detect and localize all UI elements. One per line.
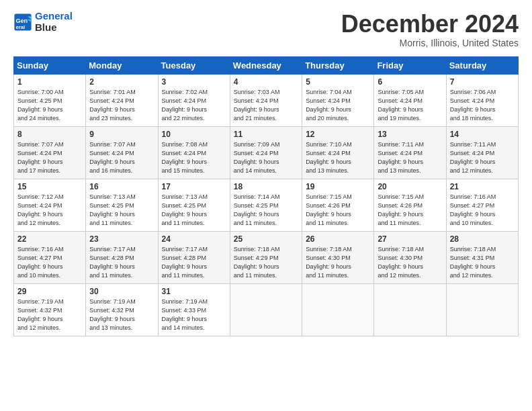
day-number: 10: [162, 130, 226, 139]
day-info: Sunrise: 7:01 AM Sunset: 4:24 PM Dayligh…: [89, 88, 154, 123]
day-info: Sunrise: 7:15 AM Sunset: 4:26 PM Dayligh…: [378, 193, 442, 228]
month-title: December 2024: [341, 11, 519, 38]
day-number: 31: [162, 287, 226, 296]
calendar-cell: [374, 283, 446, 336]
calendar-cell: 25Sunrise: 7:18 AM Sunset: 4:29 PM Dayli…: [230, 231, 302, 283]
day-number: 7: [450, 77, 515, 87]
day-info: Sunrise: 7:17 AM Sunset: 4:28 PM Dayligh…: [162, 245, 226, 280]
calendar-cell: 3Sunrise: 7:02 AM Sunset: 4:24 PM Daylig…: [158, 74, 230, 126]
day-info: Sunrise: 7:19 AM Sunset: 4:33 PM Dayligh…: [162, 298, 226, 332]
calendar-cell: 8Sunrise: 7:07 AM Sunset: 4:24 PM Daylig…: [14, 126, 86, 179]
day-number: 28: [450, 234, 515, 244]
day-number: 22: [17, 234, 82, 244]
calendar-cell: 12Sunrise: 7:10 AM Sunset: 4:24 PM Dayli…: [302, 126, 374, 179]
weekday-header-thursday: Thursday: [302, 56, 374, 74]
day-info: Sunrise: 7:07 AM Sunset: 4:24 PM Dayligh…: [89, 140, 154, 175]
day-info: Sunrise: 7:16 AM Sunset: 4:27 PM Dayligh…: [17, 245, 82, 280]
calendar-cell: 28Sunrise: 7:18 AM Sunset: 4:31 PM Dayli…: [446, 231, 518, 283]
calendar-cell: [302, 283, 374, 336]
calendar-cell: 16Sunrise: 7:13 AM Sunset: 4:25 PM Dayli…: [86, 179, 158, 231]
weekday-header-saturday: Saturday: [446, 56, 518, 74]
calendar-cell: 4Sunrise: 7:03 AM Sunset: 4:24 PM Daylig…: [230, 74, 302, 126]
calendar-cell: 13Sunrise: 7:11 AM Sunset: 4:24 PM Dayli…: [374, 126, 446, 179]
weekday-header-wednesday: Wednesday: [230, 56, 302, 74]
header: Gen eral General Blue December 2024 Morr…: [13, 11, 519, 48]
day-info: Sunrise: 7:18 AM Sunset: 4:30 PM Dayligh…: [306, 245, 370, 280]
weekday-header-sunday: Sunday: [14, 56, 86, 74]
day-info: Sunrise: 7:12 AM Sunset: 4:24 PM Dayligh…: [17, 193, 82, 228]
day-info: Sunrise: 7:04 AM Sunset: 4:24 PM Dayligh…: [306, 88, 370, 123]
calendar-cell: 5Sunrise: 7:04 AM Sunset: 4:24 PM Daylig…: [302, 74, 374, 126]
calendar-cell: 14Sunrise: 7:11 AM Sunset: 4:24 PM Dayli…: [446, 126, 518, 179]
day-number: 24: [162, 234, 226, 244]
calendar-cell: 6Sunrise: 7:05 AM Sunset: 4:24 PM Daylig…: [374, 74, 446, 126]
page: Gen eral General Blue December 2024 Morr…: [0, 0, 532, 411]
day-info: Sunrise: 7:11 AM Sunset: 4:24 PM Dayligh…: [450, 140, 515, 175]
day-info: Sunrise: 7:00 AM Sunset: 4:25 PM Dayligh…: [17, 88, 82, 123]
logo-icon: Gen eral: [13, 13, 32, 32]
calendar-cell: 30Sunrise: 7:19 AM Sunset: 4:32 PM Dayli…: [86, 283, 158, 336]
day-info: Sunrise: 7:16 AM Sunset: 4:27 PM Dayligh…: [450, 193, 515, 228]
calendar-week-1: 1Sunrise: 7:00 AM Sunset: 4:25 PM Daylig…: [14, 74, 519, 126]
calendar-cell: 23Sunrise: 7:17 AM Sunset: 4:28 PM Dayli…: [86, 231, 158, 283]
calendar-week-5: 29Sunrise: 7:19 AM Sunset: 4:32 PM Dayli…: [14, 283, 519, 336]
calendar-cell: 20Sunrise: 7:15 AM Sunset: 4:26 PM Dayli…: [374, 179, 446, 231]
calendar-week-3: 15Sunrise: 7:12 AM Sunset: 4:24 PM Dayli…: [14, 179, 519, 231]
day-info: Sunrise: 7:19 AM Sunset: 4:32 PM Dayligh…: [17, 298, 82, 332]
calendar-cell: 18Sunrise: 7:14 AM Sunset: 4:25 PM Dayli…: [230, 179, 302, 231]
day-number: 11: [234, 130, 298, 139]
calendar-cell: 10Sunrise: 7:08 AM Sunset: 4:24 PM Dayli…: [158, 126, 230, 179]
calendar-cell: 1Sunrise: 7:00 AM Sunset: 4:25 PM Daylig…: [14, 74, 86, 126]
logo: Gen eral General Blue: [13, 11, 73, 33]
day-number: 5: [306, 77, 370, 87]
calendar-week-4: 22Sunrise: 7:16 AM Sunset: 4:27 PM Dayli…: [14, 231, 519, 283]
weekday-header-friday: Friday: [374, 56, 446, 74]
day-number: 1: [17, 77, 82, 87]
calendar-table: SundayMondayTuesdayWednesdayThursdayFrid…: [13, 56, 519, 336]
day-info: Sunrise: 7:18 AM Sunset: 4:30 PM Dayligh…: [378, 245, 442, 280]
calendar-cell: 22Sunrise: 7:16 AM Sunset: 4:27 PM Dayli…: [14, 231, 86, 283]
day-info: Sunrise: 7:05 AM Sunset: 4:24 PM Dayligh…: [378, 88, 442, 123]
day-number: 13: [378, 130, 442, 139]
day-number: 17: [162, 182, 226, 191]
day-number: 8: [17, 130, 82, 139]
calendar-cell: 21Sunrise: 7:16 AM Sunset: 4:27 PM Dayli…: [446, 179, 518, 231]
calendar-cell: [446, 283, 518, 336]
day-info: Sunrise: 7:09 AM Sunset: 4:24 PM Dayligh…: [234, 140, 298, 175]
day-number: 20: [378, 182, 442, 191]
day-info: Sunrise: 7:14 AM Sunset: 4:25 PM Dayligh…: [234, 193, 298, 228]
day-number: 15: [17, 182, 82, 191]
calendar-cell: 29Sunrise: 7:19 AM Sunset: 4:32 PM Dayli…: [14, 283, 86, 336]
day-number: 30: [89, 287, 154, 296]
day-number: 19: [306, 182, 370, 191]
day-info: Sunrise: 7:10 AM Sunset: 4:24 PM Dayligh…: [306, 140, 370, 175]
day-number: 26: [306, 234, 370, 244]
day-info: Sunrise: 7:17 AM Sunset: 4:28 PM Dayligh…: [89, 245, 154, 280]
calendar-cell: 15Sunrise: 7:12 AM Sunset: 4:24 PM Dayli…: [14, 179, 86, 231]
weekday-header-monday: Monday: [86, 56, 158, 74]
svg-text:Gen: Gen: [16, 17, 28, 24]
calendar-cell: 2Sunrise: 7:01 AM Sunset: 4:24 PM Daylig…: [86, 74, 158, 126]
day-info: Sunrise: 7:03 AM Sunset: 4:24 PM Dayligh…: [234, 88, 298, 123]
day-info: Sunrise: 7:07 AM Sunset: 4:24 PM Dayligh…: [17, 140, 82, 175]
day-number: 9: [89, 130, 154, 139]
day-number: 12: [306, 130, 370, 139]
calendar-week-2: 8Sunrise: 7:07 AM Sunset: 4:24 PM Daylig…: [14, 126, 519, 179]
calendar-cell: 27Sunrise: 7:18 AM Sunset: 4:30 PM Dayli…: [374, 231, 446, 283]
weekday-header-tuesday: Tuesday: [158, 56, 230, 74]
day-number: 27: [378, 234, 442, 244]
calendar-cell: 7Sunrise: 7:06 AM Sunset: 4:24 PM Daylig…: [446, 74, 518, 126]
day-info: Sunrise: 7:13 AM Sunset: 4:25 PM Dayligh…: [162, 193, 226, 228]
day-info: Sunrise: 7:13 AM Sunset: 4:25 PM Dayligh…: [89, 193, 154, 228]
day-number: 18: [234, 182, 298, 191]
day-number: 4: [234, 77, 298, 87]
calendar-header-row: SundayMondayTuesdayWednesdayThursdayFrid…: [14, 56, 519, 74]
calendar-cell: 19Sunrise: 7:15 AM Sunset: 4:26 PM Dayli…: [302, 179, 374, 231]
svg-text:eral: eral: [16, 24, 26, 30]
day-info: Sunrise: 7:19 AM Sunset: 4:32 PM Dayligh…: [89, 298, 154, 332]
day-info: Sunrise: 7:02 AM Sunset: 4:24 PM Dayligh…: [162, 88, 226, 123]
calendar-cell: 11Sunrise: 7:09 AM Sunset: 4:24 PM Dayli…: [230, 126, 302, 179]
day-number: 29: [17, 287, 82, 296]
day-number: 3: [162, 77, 226, 87]
title-block: December 2024 Morris, Illinois, United S…: [341, 11, 519, 48]
